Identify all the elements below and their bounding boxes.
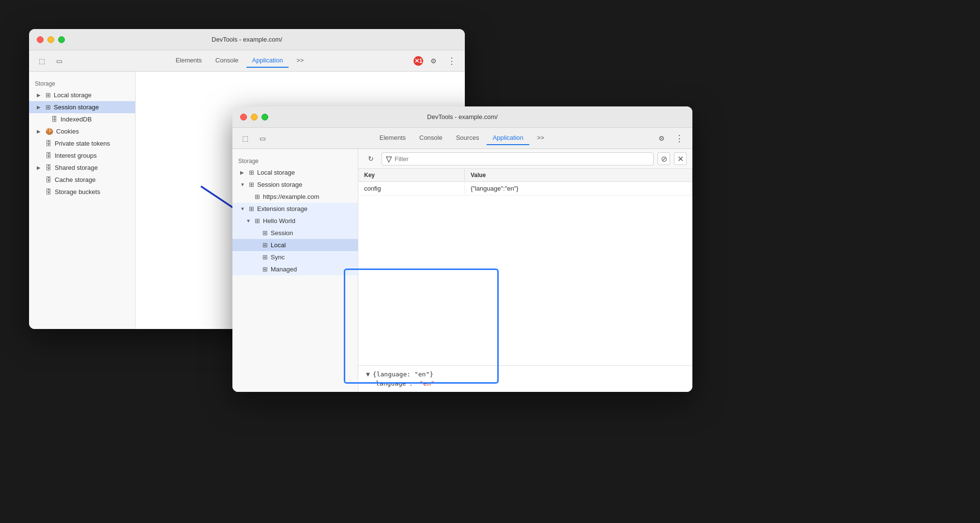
tab-console-front[interactable]: Console <box>413 131 448 145</box>
toolbar-front: ⬚ ▭ Elements Console Sources Application… <box>232 128 692 149</box>
item-label: Interest groups <box>55 152 129 159</box>
minimize-button-front[interactable] <box>251 114 258 120</box>
panel-toolbar-front: ↻ ▽ ⊘ ✕ <box>358 149 692 169</box>
arrow-icon: ▼ <box>246 218 252 224</box>
sidebar-item-example-com[interactable]: ⊞ https://example.com <box>232 191 358 203</box>
db-icon: 🗄 <box>46 176 52 183</box>
close-panel-icon[interactable]: ✕ <box>674 152 687 165</box>
cookie-icon: 🍪 <box>46 128 53 135</box>
item-label: Sync <box>271 254 352 261</box>
item-label: IndexedDB <box>61 116 129 123</box>
item-label: Extension storage <box>257 205 352 212</box>
sidebar-item-ext-managed[interactable]: ⊞ Managed <box>232 263 358 275</box>
item-label: Local <box>271 241 352 249</box>
table-icon: ⊞ <box>255 193 260 200</box>
item-label: Private state tokens <box>55 140 129 147</box>
sidebar-item-storage-buckets[interactable]: 🗄 Storage buckets <box>29 186 135 198</box>
sidebar-item-ext-session[interactable]: ⊞ Session <box>232 227 358 239</box>
table-icon: ⊞ <box>46 104 51 111</box>
db-icon: 🗄 <box>46 140 52 147</box>
traffic-lights-front <box>240 114 268 120</box>
settings-icon-front[interactable]: ⚙ <box>655 132 668 145</box>
table-icon: ⊞ <box>262 266 268 273</box>
window-title-back: DevTools - example.com/ <box>37 36 457 43</box>
settings-icon-back[interactable]: ⚙ <box>427 54 441 68</box>
col-header-value: Value <box>465 169 692 181</box>
maximize-button-back[interactable] <box>58 36 65 43</box>
device-icon-front[interactable]: ▭ <box>256 132 269 145</box>
preview-language-key: language <box>376 380 406 387</box>
tab-elements-front[interactable]: Elements <box>374 131 412 145</box>
tab-elements-back[interactable]: Elements <box>170 54 208 68</box>
preview-row-lang: language : "en" <box>366 380 685 387</box>
sidebar-item-indexeddb[interactable]: 🗄 IndexedDB <box>29 113 135 125</box>
tab-more-back[interactable]: >> <box>291 54 309 68</box>
preview-row-object: ▼ {language: "en"} <box>366 371 685 378</box>
error-badge-back[interactable]: ✕1 <box>413 56 423 66</box>
sidebar-item-interest-groups[interactable]: 🗄 Interest groups <box>29 149 135 162</box>
table-icon: ⊞ <box>249 169 254 176</box>
arrow-icon: ▼ <box>240 182 246 187</box>
arrow-icon: ▶ <box>240 170 246 175</box>
preview-language-value: "en" <box>419 380 434 387</box>
tab-application-front[interactable]: Application <box>487 131 529 145</box>
sidebar-item-session-storage-front[interactable]: ▼ ⊞ Session storage <box>232 179 358 191</box>
preview-toggle-icon[interactable]: ▼ <box>366 371 370 378</box>
db-icon: 🗄 <box>46 152 52 159</box>
refresh-icon[interactable]: ↻ <box>364 152 378 165</box>
db-icon: 🗄 <box>46 188 52 195</box>
item-label: Session <box>271 229 352 237</box>
sidebar-item-ext-sync[interactable]: ⊞ Sync <box>232 251 358 263</box>
inspector-icon[interactable]: ⬚ <box>35 54 48 68</box>
traffic-lights-back <box>37 36 65 43</box>
clear-icon[interactable]: ⊘ <box>658 152 670 165</box>
device-icon[interactable]: ▭ <box>52 54 66 68</box>
arrow-icon: ▶ <box>37 165 43 170</box>
preview-area: ▼ {language: "en"} language : "en" <box>358 365 692 392</box>
table-icon: ⊞ <box>249 205 254 212</box>
filter-input-container: ▽ <box>382 152 654 165</box>
tab-application-back[interactable]: Application <box>246 54 289 68</box>
tab-more-front[interactable]: >> <box>531 131 550 145</box>
more-icon-back[interactable]: ⋮ <box>444 55 459 67</box>
minimize-button-back[interactable] <box>47 36 54 43</box>
toolbar-icons-back: ⬚ ▭ <box>35 54 66 68</box>
inspector-icon-front[interactable]: ⬚ <box>238 132 252 145</box>
table-cell-key: config <box>358 182 465 195</box>
close-button-front[interactable] <box>240 114 247 120</box>
filter-icon: ▽ <box>386 154 392 164</box>
item-label: Storage buckets <box>55 188 129 195</box>
tab-console-back[interactable]: Console <box>210 54 245 68</box>
filter-input[interactable] <box>395 155 649 163</box>
item-label: Local storage <box>257 169 352 176</box>
devtools-content-front: Storage ▶ ⊞ Local storage ▼ ⊞ Session st… <box>232 149 692 392</box>
sidebar-item-extension-storage[interactable]: ▼ ⊞ Extension storage <box>232 203 358 215</box>
toolbar-back: ⬚ ▭ Elements Console Application >> ✕1 ⚙… <box>29 50 465 72</box>
more-icon-front[interactable]: ⋮ <box>672 132 687 145</box>
sidebar-item-cookies[interactable]: ▶ 🍪 Cookies <box>29 125 135 137</box>
table-cell-value: {"language":"en"} <box>465 182 692 195</box>
close-button-back[interactable] <box>37 36 44 43</box>
toolbar-right-back: ✕1 ⚙ ⋮ <box>413 54 459 68</box>
item-label: Session storage <box>257 181 352 188</box>
sidebar-item-ext-local[interactable]: ⊞ Local <box>232 239 358 251</box>
sidebar-item-session-storage[interactable]: ▶ ⊞ Session storage <box>29 101 135 113</box>
table-row[interactable]: config {"language":"en"} <box>358 182 692 195</box>
item-label: Session storage <box>54 104 129 111</box>
sidebar-item-shared-storage[interactable]: ▶ 🗄 Shared storage <box>29 162 135 174</box>
db-icon: 🗄 <box>51 116 58 123</box>
sidebar-item-private-state[interactable]: 🗄 Private state tokens <box>29 137 135 149</box>
sidebar-item-local-storage[interactable]: ▶ ⊞ Local storage <box>29 89 135 101</box>
table-icon: ⊞ <box>262 254 268 261</box>
titlebar-back: DevTools - example.com/ <box>29 29 465 50</box>
sidebar-item-hello-world[interactable]: ▼ ⊞ Hello World <box>232 215 358 227</box>
tab-sources-front[interactable]: Sources <box>450 131 485 145</box>
sidebar-item-local-storage-front[interactable]: ▶ ⊞ Local storage <box>232 166 358 179</box>
maximize-button-front[interactable] <box>261 114 268 120</box>
arrow-icon: ▼ <box>240 206 246 211</box>
sidebar-section-storage-front: Storage <box>232 155 358 166</box>
sidebar-item-cache-storage[interactable]: 🗄 Cache storage <box>29 174 135 186</box>
sidebar-front: Storage ▶ ⊞ Local storage ▼ ⊞ Session st… <box>232 149 358 392</box>
item-label: Cookies <box>56 128 129 135</box>
toolbar-right-front: ⚙ ⋮ <box>655 132 687 145</box>
